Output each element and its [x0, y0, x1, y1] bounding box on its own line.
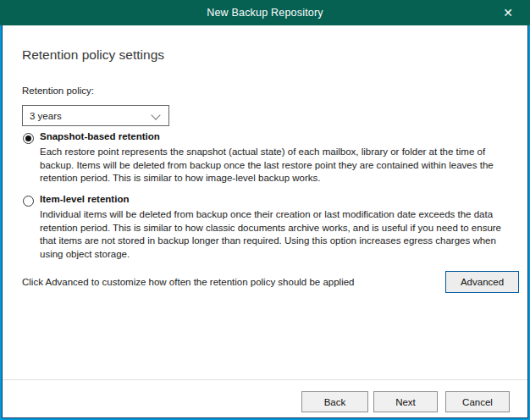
item-level-retention-description: Individual items will be deleted from ba…: [40, 208, 512, 261]
page-title: Retention policy settings: [22, 47, 164, 63]
radio-item-level-retention[interactable]: [23, 196, 34, 207]
advanced-hint-text: Click Advanced to customize how often th…: [22, 277, 355, 287]
item-level-retention-label[interactable]: Item-level retention: [40, 194, 129, 204]
retention-policy-dropdown[interactable]: 3 years: [22, 105, 169, 126]
close-icon[interactable]: ✕: [494, 0, 522, 25]
chevron-down-icon: [151, 110, 160, 119]
new-backup-repository-dialog: New Backup Repository ✕ Retention policy…: [0, 0, 530, 420]
titlebar: New Backup Repository ✕: [0, 0, 530, 25]
snapshot-based-retention-label[interactable]: Snapshot-based retention: [40, 131, 160, 141]
next-button[interactable]: Next: [373, 391, 438, 412]
radio-snapshot-based-retention[interactable]: [23, 133, 34, 144]
footer-divider: [3, 379, 527, 380]
retention-policy-label: Retention policy:: [22, 86, 94, 96]
retention-policy-selected-value: 3 years: [30, 111, 62, 121]
back-button[interactable]: Back: [301, 391, 368, 412]
advanced-button[interactable]: Advanced: [445, 271, 519, 293]
cancel-button[interactable]: Cancel: [445, 391, 510, 412]
window-title: New Backup Repository: [207, 7, 323, 19]
snapshot-based-retention-description: Each restore point represents the snapsh…: [40, 146, 512, 185]
